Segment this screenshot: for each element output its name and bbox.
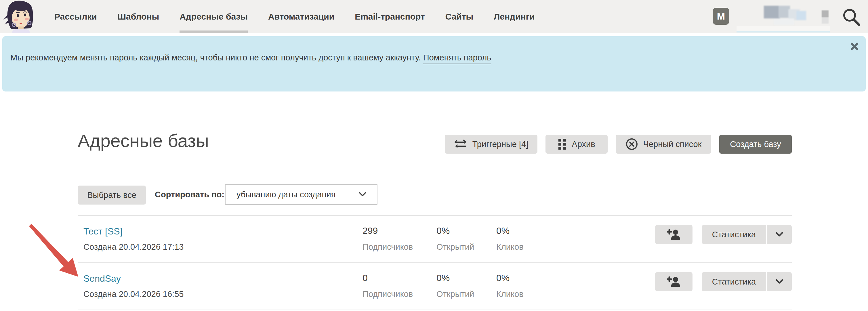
list-bottom-divider [78,310,792,310]
eye-right [24,13,26,17]
page-actions: Триггерные [4] Архив Черный список [445,135,792,154]
address-base-list: Тест [SS] Создана 20.04.2026 17:13 299 П… [78,215,792,310]
annotation-arrow [26,219,84,282]
main-nav: Рассылки Шаблоны Адресные базы Автоматиз… [54,0,535,33]
opens-value: 0% [436,273,450,283]
opens-label: Открытий [436,289,474,299]
add-subscriber-icon [667,276,681,287]
nav-item-sayty[interactable]: Сайты [445,0,473,33]
blush-right [25,18,29,21]
statistics-label: Статистика [712,277,756,286]
base-created-date: Создана 20.04.2026 17:13 [84,242,184,252]
triggers-button[interactable]: Триггерные [4] [445,135,537,154]
base-name-link[interactable]: SendSay [84,273,121,284]
statistics-button[interactable]: Статистика [702,272,766,291]
statistics-dropdown-button[interactable] [767,272,792,291]
banner-message: Мы рекомендуем менять пароль каждый меся… [10,53,491,62]
nav-item-avtomatizacii[interactable]: Автоматизации [268,0,334,33]
sort-by-label: Сортировать по: [155,190,224,199]
nav-item-shablony[interactable]: Шаблоны [117,0,159,33]
eye-left [17,14,19,17]
clicks-label: Кликов [496,242,524,252]
close-icon [851,42,858,50]
blacklist-button[interactable]: Черный список [616,135,711,154]
statistics-button[interactable]: Статистика [702,225,766,244]
clicks-value: 0% [496,273,509,283]
clicks-value: 0% [496,225,509,236]
redacted-badge [822,10,829,24]
nav-item-email-transport[interactable]: Email-транспорт [355,0,425,33]
nav-item-adresnye-bazy[interactable]: Адресные базы [180,0,248,33]
create-base-label: Создать базу [730,139,781,149]
banner-close-button[interactable] [849,41,859,51]
base-created-date: Создана 20.04.2026 16:55 [84,289,184,299]
sort-select[interactable]: убыванию даты создания [225,184,377,205]
shirt [12,29,30,33]
select-all-label: Выбрать все [87,190,136,200]
nav-item-rassylki[interactable]: Рассылки [54,0,97,33]
add-subscriber-icon [667,229,681,240]
archive-grid-icon [558,138,566,150]
chevron-down-icon [775,231,783,237]
add-subscriber-button[interactable] [655,272,692,291]
select-all-button[interactable]: Выбрать все [78,186,146,205]
page-title: Адресные базы [78,130,209,151]
avatar-logo[interactable] [3,1,36,33]
subscribers-value: 0 [363,273,368,283]
chevron-down-icon [775,279,783,284]
chevron-down-icon [359,192,367,197]
subscribers-value: 299 [363,225,378,236]
opens-label: Открытий [436,242,474,252]
add-subscriber-button[interactable] [655,225,692,244]
opens-value: 0% [436,225,450,236]
statistics-dropdown-button[interactable] [767,225,792,244]
banner-message-text: Мы рекомендуем менять пароль каждый меся… [10,53,421,62]
blacklist-label: Черный список [643,139,702,149]
password-banner: Мы рекомендуем менять пароль каждый меся… [2,36,866,92]
list-row-sendsay: SendSay Создана 20.04.2026 16:55 0 Подпи… [78,262,792,310]
subscribers-label: Подписчиков [363,289,413,299]
clicks-label: Кликов [496,289,524,299]
exchange-icon [454,139,467,149]
blush-left [14,19,18,21]
sort-select-value: убыванию даты создания [237,190,336,199]
username-dropdown-remnant [737,26,830,32]
archive-label: Архив [572,139,595,149]
archive-button[interactable]: Архив [546,135,608,154]
triggers-label: Триггерные [4] [472,139,528,149]
nav-item-landingi[interactable]: Лендинги [494,0,534,33]
account-badge[interactable]: M [713,8,729,25]
filters-row: Выбрать все Сортировать по: убыванию дат… [78,186,792,206]
statistics-label: Статистика [712,230,756,239]
blacklist-icon [625,138,638,151]
subscribers-label: Подписчиков [363,242,413,252]
change-password-link[interactable]: Поменять пароль [423,53,491,62]
search-icon[interactable] [841,6,861,27]
base-name-link[interactable]: Тест [SS] [84,226,123,237]
list-row-test-ss: Тест [SS] Создана 20.04.2026 17:13 299 П… [78,215,792,262]
create-base-button[interactable]: Создать базу [719,135,792,154]
